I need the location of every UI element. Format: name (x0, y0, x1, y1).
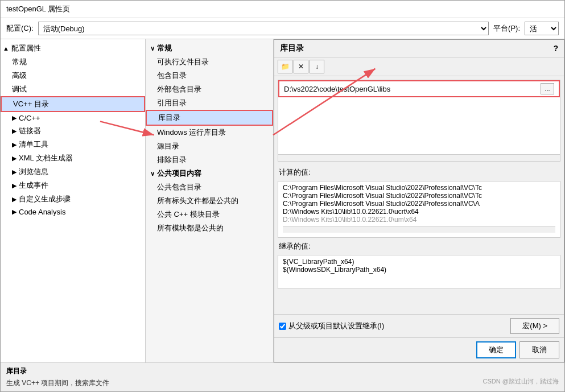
tree-item-build-events[interactable]: ▶生成事件 (1, 179, 145, 192)
mid-item-win-lib-dir[interactable]: Windows 运行库目录 (146, 126, 273, 139)
content-area: ▲ 配置属性 常规 高级 调试 VC++ 目录 ▶C/C++ ▶链接器 ▶清单工… (1, 39, 564, 362)
mid-item-excl-dir[interactable]: 排除目录 (146, 153, 273, 167)
mid-header-general[interactable]: ∨常规 (146, 42, 273, 55)
checkbox-label: 从父级或项目默认设置继承(I) (288, 321, 384, 331)
mid-item-ref-dir[interactable]: 引用目录 (146, 96, 273, 110)
bottom-desc-title: 库目录 (6, 366, 559, 376)
dialog-title: 库目录 (280, 43, 304, 53)
delete-button[interactable]: ✕ (294, 60, 308, 73)
title-bar: testOpenGL 属性页 (1, 1, 564, 18)
move-down-icon: ↓ (315, 63, 319, 71)
horizontal-scrollbar[interactable] (278, 154, 560, 161)
platform-label: 平台(P): (493, 23, 520, 34)
dialog-help-icon[interactable]: ? (553, 44, 558, 53)
window-title: testOpenGL 属性页 (6, 4, 70, 14)
computed-value-4: D:\Windows Kits\10\lib\10.0.22621.0\um\x… (283, 216, 555, 224)
macro-button[interactable]: 宏(M) > (510, 318, 559, 334)
left-panel: ▲ 配置属性 常规 高级 调试 VC++ 目录 ▶C/C++ ▶链接器 ▶清单工… (1, 39, 146, 362)
inherited-value-0: $(VC_LibraryPath_x64) (283, 258, 555, 266)
tree-item-debug[interactable]: 调试 (1, 82, 145, 96)
path-list-area: D:\vs2022\code\testOpenGL\libs ... (278, 80, 560, 162)
computed-value-0: C:\Program Files\Microsoft Visual Studio… (283, 184, 555, 192)
tree-item-advanced[interactable]: 高级 (1, 69, 145, 82)
computed-values-area: C:\Program Files\Microsoft Visual Studio… (278, 181, 560, 238)
mid-header-public[interactable]: ∨公共项目内容 (146, 167, 273, 180)
ok-button[interactable]: 确定 (476, 341, 516, 358)
folder-button[interactable]: 📁 (278, 60, 292, 73)
mid-item-ext-include-dir[interactable]: 外部包含目录 (146, 82, 273, 96)
mid-item-src-dir[interactable]: 源目录 (146, 139, 273, 153)
mid-item-all-headers-pub[interactable]: 所有标头文件都是公共的 (146, 194, 273, 208)
mid-item-exe-dir[interactable]: 可执行文件目录 (146, 55, 273, 69)
computed-scrollbar[interactable] (283, 226, 555, 233)
tree-item-vc-dirs[interactable]: VC++ 目录 (1, 96, 145, 112)
tree-item-general[interactable]: 常规 (1, 55, 145, 69)
config-row: 配置(C): 活动(Debug) 平台(P): 活 (1, 18, 564, 39)
tree-root[interactable]: ▲ 配置属性 (1, 42, 145, 55)
folder-icon: 📁 (281, 63, 290, 71)
inherited-label: 继承的值: (274, 239, 564, 254)
mid-item-pub-cpp-mod[interactable]: 公共 C++ 模块目录 (146, 208, 273, 221)
tree-root-label: 配置属性 (11, 43, 41, 53)
computed-value-2: C:\Program Files\Microsoft Visual Studio… (283, 200, 555, 208)
tree-item-browse[interactable]: ▶浏览信息 (1, 165, 145, 179)
config-select[interactable]: 活动(Debug) (38, 22, 489, 35)
bottom-bar: 库目录 生成 VC++ 项目期间，搜索库文件 (1, 362, 564, 391)
tree-item-code-analysis[interactable]: ▶Code Analysis (1, 206, 145, 218)
inherited-values-area: $(VC_LibraryPath_x64) $(WindowsSDK_Libra… (278, 255, 560, 289)
middle-panel: ∨常规 可执行文件目录 包含目录 外部包含目录 引用目录 库目录 Windows… (146, 39, 274, 362)
mid-item-lib-dir[interactable]: 库目录 (146, 110, 273, 126)
path-value-0: D:\vs2022\code\testOpenGL\libs (284, 85, 390, 93)
path-item-0[interactable]: D:\vs2022\code\testOpenGL\libs ... (278, 80, 560, 97)
root-chevron: ▲ (3, 45, 9, 52)
mid-item-include-dir[interactable]: 包含目录 (146, 69, 273, 82)
tree-item-linker[interactable]: ▶链接器 (1, 124, 145, 138)
platform-select[interactable]: 活 (525, 22, 559, 35)
checkbox-row: 从父级或项目默认设置继承(I) (279, 321, 506, 331)
right-dialog: 库目录 ? 📁 ✕ ↓ D:\vs2022\code\testOpenGL\li… (274, 39, 564, 362)
computed-value-1: C:\Program Files\Microsoft Visual Studio… (283, 192, 555, 200)
main-window: testOpenGL 属性页 配置(C): 活动(Debug) 平台(P): 活… (0, 0, 565, 392)
mid-item-all-mod-pub[interactable]: 所有模块都是公共的 (146, 221, 273, 235)
tree-item-manifest[interactable]: ▶清单工具 (1, 138, 145, 151)
tree-item-cpp[interactable]: ▶C/C++ (1, 112, 145, 124)
tree-item-xml[interactable]: ▶XML 文档生成器 (1, 151, 145, 165)
bottom-desc-text: 生成 VC++ 项目期间，搜索库文件 (6, 378, 559, 388)
inherited-value-1: $(WindowsSDK_LibraryPath_x64) (283, 266, 555, 274)
dialog-toolbar: 📁 ✕ ↓ (274, 57, 564, 76)
delete-icon: ✕ (298, 63, 304, 71)
mid-item-pub-include[interactable]: 公共包含目录 (146, 180, 273, 194)
inherit-checkbox[interactable] (279, 323, 286, 330)
ok-cancel-row: 确定 取消 (274, 337, 564, 362)
tree-item-custom-build[interactable]: ▶自定义生成步骤 (1, 192, 145, 206)
config-label: 配置(C): (6, 23, 34, 34)
cancel-button[interactable]: 取消 (519, 341, 559, 358)
watermark: CSDN @踏过山河，踏过海 (483, 377, 559, 386)
dialog-title-bar: 库目录 ? (274, 40, 564, 57)
dialog-footer: 从父级或项目默认设置继承(I) 宏(M) > (274, 314, 564, 337)
move-down-button[interactable]: ↓ (310, 60, 324, 73)
computed-value-3: D:\Windows Kits\10\lib\10.0.22621.0\ucrt… (283, 208, 555, 216)
computed-label: 计算的值: (274, 165, 564, 180)
ellipsis-button[interactable]: ... (541, 83, 554, 94)
